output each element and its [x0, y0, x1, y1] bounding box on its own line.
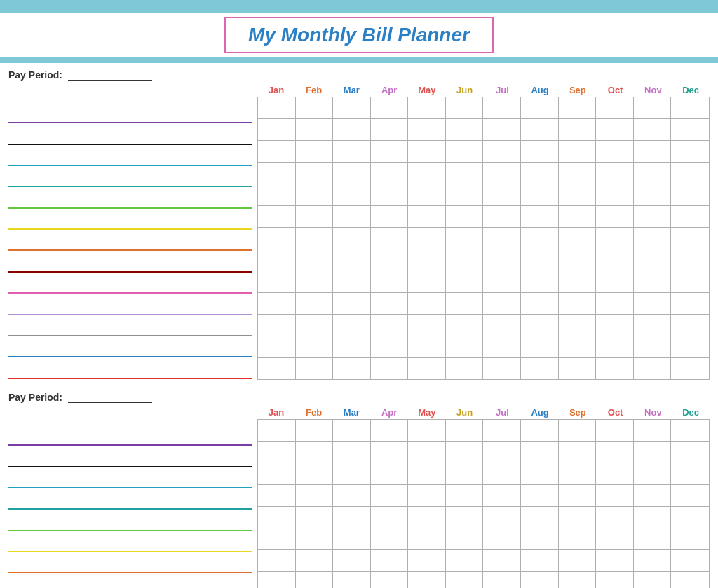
grid-cell[interactable] — [521, 463, 559, 484]
grid-cell[interactable] — [371, 184, 409, 205]
grid-cell[interactable] — [671, 315, 709, 336]
grid-cell[interactable] — [371, 463, 409, 484]
grid-cell[interactable] — [371, 336, 409, 357]
grid-cell[interactable] — [371, 572, 409, 588]
grid-cell[interactable] — [333, 119, 371, 140]
grid-cell[interactable] — [483, 228, 521, 249]
grid-cell[interactable] — [408, 163, 446, 184]
grid-cell[interactable] — [596, 163, 634, 184]
grid-cell[interactable] — [371, 358, 409, 379]
grid-cell[interactable] — [671, 358, 709, 379]
grid-cell[interactable] — [671, 119, 709, 140]
grid-cell[interactable] — [258, 442, 296, 463]
grid-cell[interactable] — [521, 315, 559, 336]
grid-cell[interactable] — [333, 442, 371, 463]
grid-cell[interactable] — [596, 442, 634, 463]
grid-cell[interactable] — [559, 528, 597, 549]
grid-cell[interactable] — [446, 442, 484, 463]
grid-cell[interactable] — [634, 293, 672, 314]
grid-cell[interactable] — [371, 228, 409, 249]
grid-cell[interactable] — [446, 358, 484, 379]
grid-cell[interactable] — [408, 271, 446, 292]
grid-cell[interactable] — [333, 550, 371, 571]
grid-cell[interactable] — [446, 271, 484, 292]
grid-cell[interactable] — [371, 293, 409, 314]
grid-cell[interactable] — [483, 271, 521, 292]
grid-cell[interactable] — [408, 184, 446, 205]
grid-cell[interactable] — [483, 507, 521, 528]
grid-cell[interactable] — [446, 550, 484, 571]
grid-cell[interactable] — [371, 163, 409, 184]
grid-cell[interactable] — [634, 271, 672, 292]
grid-cell[interactable] — [296, 271, 334, 292]
grid-cell[interactable] — [296, 293, 334, 314]
grid-cell[interactable] — [596, 336, 634, 357]
grid-cell[interactable] — [408, 572, 446, 588]
grid-cell[interactable] — [596, 420, 634, 441]
grid-cell[interactable] — [258, 119, 296, 140]
grid-cell[interactable] — [671, 420, 709, 441]
grid-cell[interactable] — [559, 507, 597, 528]
grid-cell[interactable] — [634, 249, 672, 271]
grid-cell[interactable] — [333, 358, 371, 379]
grid-cell[interactable] — [446, 249, 484, 271]
grid-cell[interactable] — [634, 358, 672, 379]
grid-cell[interactable] — [296, 507, 334, 528]
grid-cell[interactable] — [371, 141, 409, 162]
grid-cell[interactable] — [408, 141, 446, 162]
grid-cell[interactable] — [258, 206, 296, 227]
grid-cell[interactable] — [671, 336, 709, 357]
grid-cell[interactable] — [521, 184, 559, 205]
grid-cell[interactable] — [371, 315, 409, 336]
grid-cell[interactable] — [483, 420, 521, 441]
grid-cell[interactable] — [596, 271, 634, 292]
grid-cell[interactable] — [596, 228, 634, 249]
grid-cell[interactable] — [446, 463, 484, 484]
grid-cell[interactable] — [596, 206, 634, 227]
grid-cell[interactable] — [446, 420, 484, 441]
grid-cell[interactable] — [371, 550, 409, 571]
grid-cell[interactable] — [408, 206, 446, 227]
grid-cell[interactable] — [671, 528, 709, 549]
grid-cell[interactable] — [408, 528, 446, 549]
grid-cell[interactable] — [671, 293, 709, 314]
grid-cell[interactable] — [258, 528, 296, 549]
grid-cell[interactable] — [634, 206, 672, 227]
grid-cell[interactable] — [483, 463, 521, 484]
grid-cell[interactable] — [371, 206, 409, 227]
grid-cell[interactable] — [408, 485, 446, 506]
grid-cell[interactable] — [559, 141, 597, 162]
grid-cell[interactable] — [333, 572, 371, 588]
grid-cell[interactable] — [634, 184, 672, 205]
grid-cell[interactable] — [296, 572, 334, 588]
grid-cell[interactable] — [559, 442, 597, 463]
grid-cell[interactable] — [258, 293, 296, 314]
grid-cell[interactable] — [258, 420, 296, 441]
grid-cell[interactable] — [296, 315, 334, 336]
grid-cell[interactable] — [596, 485, 634, 506]
grid-cell[interactable] — [521, 485, 559, 506]
grid-cell[interactable] — [634, 141, 672, 162]
grid-cell[interactable] — [296, 485, 334, 506]
grid-cell[interactable] — [483, 249, 521, 271]
grid-cell[interactable] — [521, 271, 559, 292]
grid-cell[interactable] — [483, 528, 521, 549]
grid-cell[interactable] — [559, 271, 597, 292]
grid-cell[interactable] — [296, 97, 334, 118]
grid-cell[interactable] — [596, 293, 634, 314]
grid-cell[interactable] — [671, 184, 709, 205]
grid-cell[interactable] — [258, 358, 296, 379]
grid-cell[interactable] — [521, 336, 559, 357]
grid-cell[interactable] — [521, 358, 559, 379]
grid-cell[interactable] — [521, 572, 559, 588]
grid-cell[interactable] — [446, 572, 484, 588]
grid-cell[interactable] — [408, 420, 446, 441]
grid-cell[interactable] — [596, 507, 634, 528]
grid-cell[interactable] — [634, 119, 672, 140]
grid-cell[interactable] — [634, 485, 672, 506]
grid-cell[interactable] — [671, 141, 709, 162]
grid-cell[interactable] — [521, 507, 559, 528]
grid-cell[interactable] — [371, 507, 409, 528]
grid-cell[interactable] — [408, 293, 446, 314]
grid-cell[interactable] — [521, 528, 559, 549]
